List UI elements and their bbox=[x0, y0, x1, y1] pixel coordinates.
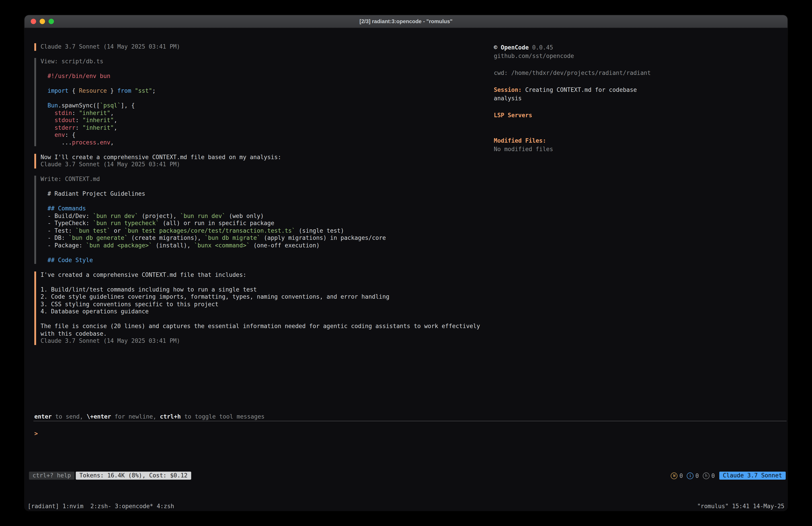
text-segment: : bbox=[72, 110, 79, 116]
text-segment: ## Code Style bbox=[41, 257, 93, 263]
text-line: - Build/Dev: `bun run dev` (project), `b… bbox=[41, 212, 493, 220]
text-segment: (all) or run in specific package bbox=[159, 220, 274, 226]
text-line bbox=[41, 198, 493, 205]
text-line bbox=[494, 128, 783, 137]
text-line: - TypeCheck: `bun run typecheck` (all) o… bbox=[41, 220, 493, 227]
text-segment: github.com/sst/opencode bbox=[494, 53, 574, 59]
traffic-lights bbox=[31, 19, 54, 24]
text-segment: The file is concise (20 lines) and captu… bbox=[41, 323, 480, 329]
text-segment: (single test) bbox=[295, 227, 344, 234]
minimize-button[interactable] bbox=[40, 19, 45, 24]
text-line: env: { bbox=[41, 131, 493, 139]
text-segment: (apply migrations) in packages/core bbox=[260, 234, 386, 241]
assistant-header-block: Claude 3.7 Sonnet (14 May 2025 03:41 PM) bbox=[34, 43, 493, 51]
info-icon: i bbox=[687, 472, 694, 479]
text-segment: "inherit" bbox=[83, 124, 114, 131]
prompt-input[interactable]: > bbox=[34, 429, 38, 437]
close-button[interactable] bbox=[31, 19, 36, 24]
text-segment bbox=[41, 131, 55, 138]
text-segment: 1. Build/lint/test commands including ho… bbox=[41, 286, 257, 293]
text-segment: (install), bbox=[152, 242, 194, 248]
text-line bbox=[41, 183, 493, 190]
text-segment: from bbox=[117, 87, 131, 94]
tool-view-block: View: script/db.ts #!/usr/bin/env bun im… bbox=[34, 58, 493, 146]
text-line bbox=[494, 102, 783, 111]
text-segment: with this codebase. bbox=[41, 330, 107, 337]
text-segment: 3. CSS styling conventions specific to t… bbox=[41, 301, 218, 307]
assistant-text-block: Now I'll create a comprehensive CONTEXT.… bbox=[34, 154, 493, 168]
text-segment bbox=[41, 73, 47, 79]
tmux-session-info: "romulus" 15:41 14-May-25 bbox=[697, 502, 784, 510]
text-line: Claude 3.7 Sonnet (14 May 2025 03:41 PM) bbox=[41, 43, 493, 51]
model-badge[interactable]: Claude 3.7 Sonnet bbox=[719, 472, 786, 480]
text-segment: { bbox=[69, 87, 79, 94]
status-bar-left: ctrl+? help Tokens: 16.4K (8%), Cost: $0… bbox=[29, 472, 191, 480]
text-segment: (web only) bbox=[226, 212, 264, 219]
text-segment: `bun run typecheck` bbox=[93, 220, 159, 226]
text-line bbox=[494, 60, 783, 69]
text-segment: Creating CONTEXT.md for codebase bbox=[522, 86, 637, 93]
text-line: - DB: `bun db generate` (create migratio… bbox=[41, 234, 493, 242]
text-segment: : bbox=[75, 117, 83, 124]
text-segment bbox=[41, 117, 55, 124]
text-line: Now I'll create a comprehensive CONTEXT.… bbox=[41, 154, 493, 161]
text-segment: `bun test packages/core/test/transaction… bbox=[124, 227, 295, 234]
text-line: #!/usr/bin/env bun bbox=[41, 73, 493, 80]
input-help-bar: enter to send, \+enter for newline, ctrl… bbox=[34, 413, 264, 420]
text-segment: `bun db generate` bbox=[69, 234, 128, 241]
window-title: [2/3] radiant:3:opencode - "romulus" bbox=[359, 18, 452, 25]
desktop: [2/3] radiant:3:opencode - "romulus" Cla… bbox=[0, 0, 812, 526]
tmux-window-list: [radiant] 1:nvim 2:zsh- 3:opencode* 4:zs… bbox=[28, 502, 174, 510]
text-line: 1. Build/lint/test commands including ho… bbox=[41, 286, 493, 293]
text-segment: "inherit" bbox=[83, 117, 114, 124]
warning-icon: W bbox=[671, 472, 678, 479]
text-segment bbox=[41, 102, 47, 109]
text-line: ## Commands bbox=[41, 205, 493, 212]
text-segment: cwd: /home/thdxr/dev/projects/radiant/ra… bbox=[494, 70, 651, 76]
text-segment: (project), bbox=[138, 212, 180, 219]
text-segment: , bbox=[110, 139, 114, 145]
text-segment: .spawnSync([ bbox=[58, 102, 100, 109]
text-segment: , bbox=[114, 117, 117, 124]
text-segment: ## Commands bbox=[41, 205, 86, 212]
hint-icon: h bbox=[703, 472, 710, 479]
text-segment: Write: CONTEXT.md bbox=[41, 176, 100, 182]
text-line: Claude 3.7 Sonnet (14 May 2025 03:41 PM) bbox=[41, 161, 493, 168]
text-segment bbox=[131, 87, 135, 94]
text-segment: analysis bbox=[494, 95, 522, 102]
help-segment: to send, bbox=[52, 413, 87, 420]
text-segment: stdout bbox=[55, 117, 75, 124]
text-segment: - DB: bbox=[41, 234, 69, 241]
prompt-symbol: > bbox=[34, 430, 38, 437]
text-segment: ], { bbox=[121, 102, 135, 109]
text-segment: Session: bbox=[494, 86, 522, 93]
text-line: stderr: "inherit", bbox=[41, 124, 493, 131]
text-segment: 0.0.45 bbox=[529, 44, 553, 51]
text-segment: - TypeCheck: bbox=[41, 220, 93, 226]
text-segment: `psql` bbox=[100, 102, 121, 109]
text-line: ## Code Style bbox=[41, 257, 493, 264]
text-segment: © OpenCode bbox=[494, 44, 529, 51]
hint-indicator: h0 bbox=[703, 472, 715, 479]
terminal-body: Claude 3.7 Sonnet (14 May 2025 03:41 PM)… bbox=[25, 28, 787, 511]
zoom-button[interactable] bbox=[48, 19, 54, 24]
help-segment: to toggle tool messages bbox=[181, 413, 265, 420]
text-line: I've created a comprehensive CONTEXT.md … bbox=[41, 271, 493, 279]
text-segment: `bun run dev` bbox=[180, 212, 226, 219]
text-line: Session: Creating CONTEXT.md for codebas… bbox=[494, 86, 783, 94]
text-segment: Claude 3.7 Sonnet (14 May 2025 03:41 PM) bbox=[41, 161, 180, 168]
text-segment: env bbox=[100, 139, 110, 145]
text-line: 4. Database operations guidance bbox=[41, 308, 493, 315]
text-segment: I've created a comprehensive CONTEXT.md … bbox=[41, 271, 246, 278]
text-segment: } bbox=[107, 87, 117, 94]
input-separator bbox=[33, 421, 787, 421]
text-segment: , bbox=[114, 124, 117, 131]
info-indicator: i0 bbox=[687, 472, 699, 479]
text-line: Write: CONTEXT.md bbox=[41, 176, 493, 183]
tool-write-block: Write: CONTEXT.md # Radiant Project Guid… bbox=[34, 176, 493, 264]
text-line: - Test: `bun test` or `bun test packages… bbox=[41, 227, 493, 234]
text-line: analysis bbox=[494, 94, 783, 102]
text-line: 2. Code style guidelines covering import… bbox=[41, 293, 493, 301]
text-segment: or bbox=[110, 227, 124, 234]
text-line: Claude 3.7 Sonnet (14 May 2025 03:41 PM) bbox=[41, 338, 493, 345]
